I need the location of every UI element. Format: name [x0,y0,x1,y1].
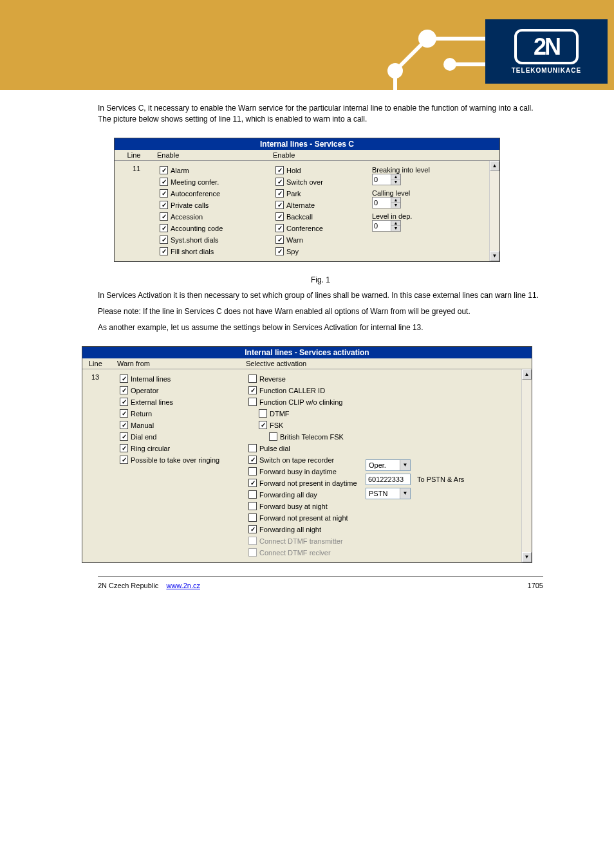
selective-checkbox[interactable] [248,513,257,522]
scroll-down-icon[interactable]: ▼ [490,251,499,261]
panel2-title: Internal lines - Services activation [82,347,532,358]
intro-p2: In Services Activation it is then necess… [98,290,543,301]
panel-services-activation: Internal lines - Services activation Lin… [82,346,532,563]
enable1-checkbox[interactable] [160,189,168,198]
warn-from-label: Return [131,410,152,418]
enable1-checkbox[interactable] [160,247,168,255]
enable2-checkbox[interactable] [275,212,284,221]
selective-label: Forward not present in daytime [259,479,357,487]
selective-checkbox[interactable] [259,421,267,429]
warn-from-checkbox[interactable] [120,456,128,464]
chevron-down-icon[interactable]: ▼ [400,460,410,470]
level-spinner[interactable]: ▲▼ [372,197,401,208]
enable2-checkbox[interactable] [275,166,284,174]
enable2-checkbox[interactable] [275,201,284,209]
enable2-label: Park [286,190,301,198]
intro-p1: In Services C, it necessary to enable th… [98,103,543,125]
spinner-input[interactable] [373,221,391,231]
spinner-input[interactable] [373,198,391,208]
selective-checkbox[interactable] [248,374,257,383]
warn-from-checkbox[interactable] [120,386,128,394]
enable2-checkbox[interactable] [275,178,284,186]
enable2-checkbox[interactable] [275,189,284,198]
selective-label: Forward busy at night [259,503,328,510]
selective-checkbox[interactable] [248,525,257,533]
enable1-checkbox[interactable] [160,224,168,232]
selective-label: Function CLIP w/o clinking [259,398,342,406]
spin-up-icon[interactable]: ▲ [391,174,400,180]
warn-from-checkbox[interactable] [120,398,128,406]
chevron-down-icon[interactable]: ▼ [400,488,410,499]
selective-checkbox[interactable] [248,398,257,406]
spinner-input[interactable] [373,174,391,185]
footer-company: 2N Czech Republic [98,582,158,589]
enable2-checkbox[interactable] [275,224,284,232]
scrollbar-2[interactable]: ▲ ▼ [521,369,532,562]
panel-services-c: Internal lines - Services C Line Enable … [114,138,500,262]
phone-number-input[interactable] [366,474,411,485]
network-graphic [357,19,485,97]
level-spinner[interactable]: ▲▼ [372,220,401,232]
warn-from-checkbox[interactable] [120,432,128,441]
selective-checkbox [248,537,257,545]
warn-from-checkbox[interactable] [120,421,128,429]
scroll-up-icon[interactable]: ▲ [490,161,499,171]
selective-label: DTMF [270,410,290,418]
selective-checkbox[interactable] [269,432,277,441]
spin-up-icon[interactable]: ▲ [391,198,400,203]
level-spinner[interactable]: ▲▼ [372,174,401,185]
selective-checkbox[interactable] [248,456,257,464]
spin-down-icon[interactable]: ▼ [391,226,400,231]
enable1-label: Fill short dials [171,248,214,255]
selective-checkbox[interactable] [248,444,257,452]
warn-from-checkbox[interactable] [120,374,128,383]
enable2-label: Conference [286,225,323,232]
spinner-label: Level in dep. [372,212,461,220]
selective-checkbox [248,548,257,557]
enable2-checkbox[interactable] [275,235,284,244]
warn-from-checkbox[interactable] [120,444,128,452]
selective-checkbox[interactable] [248,490,257,499]
selective-checkbox[interactable] [248,467,257,476]
spin-up-icon[interactable]: ▲ [391,221,400,226]
head-line: Line [115,151,153,159]
warn-from-checkbox[interactable] [120,409,128,418]
warn-from-label: External lines [131,398,173,406]
enable1-checkbox[interactable] [160,166,168,174]
header-band: 2N TELEKOMUNIKACE [0,0,614,90]
to-pstn-ars-label[interactable]: To PSTN & Ars [417,476,464,483]
scrollbar[interactable]: ▲ ▼ [489,161,499,261]
selective-checkbox[interactable] [248,479,257,487]
enable1-checkbox[interactable] [160,178,168,186]
warn-from-label: Internal lines [131,375,171,383]
enable2-label: Backcall [286,213,313,221]
enable1-checkbox[interactable] [160,212,168,221]
footer: 2N Czech Republic www.2n.cz 1705 [0,582,614,609]
selective-label: Forwarding all night [259,526,321,533]
selective-label: Connect DTMF transmitter [259,537,343,545]
warn-from-label: Dial end [131,433,156,441]
spinner-label: Breaking into level [372,166,461,174]
scroll-up-icon[interactable]: ▲ [522,369,532,380]
head2-warn: Warn from [113,360,242,367]
head2-line: Line [82,360,113,367]
dropdown-oper-value: Oper. [366,461,400,469]
intro-p4: As another example, let us assume the se… [98,322,543,333]
selective-checkbox[interactable] [248,502,257,510]
scroll-down-icon[interactable]: ▼ [522,552,532,562]
selective-label: Forwarding all day [259,491,317,499]
enable1-checkbox[interactable] [160,235,168,244]
dropdown-oper[interactable]: Oper. ▼ [366,459,411,471]
enable1-checkbox[interactable] [160,201,168,209]
spin-down-icon[interactable]: ▼ [391,203,400,208]
spin-down-icon[interactable]: ▼ [391,180,400,185]
dropdown-pstn[interactable]: PSTN ▼ [366,488,411,499]
selective-checkbox[interactable] [248,386,257,394]
dropdown-pstn-value: PSTN [366,490,400,497]
selective-checkbox[interactable] [259,409,267,418]
logo-2n: 2N [514,29,579,64]
warn-from-label: Operator [131,387,158,394]
logo-subtitle: TELEKOMUNIKACE [512,67,581,74]
enable2-checkbox[interactable] [275,247,284,255]
footer-link[interactable]: www.2n.cz [166,582,200,589]
